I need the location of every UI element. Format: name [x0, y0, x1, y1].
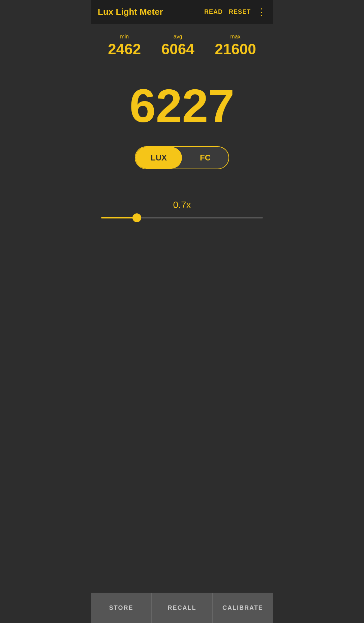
app-header: Lux Light Meter READ RESET ⋮	[91, 0, 273, 24]
stat-max: max 21600	[215, 34, 256, 57]
reset-button[interactable]: RESET	[229, 8, 251, 16]
app-title: Lux Light Meter	[98, 7, 163, 17]
main-reading-container: 6227	[91, 62, 273, 143]
max-value: 21600	[215, 42, 256, 57]
multiplier-container: 0.7x	[91, 179, 273, 225]
min-label: min	[108, 34, 141, 40]
main-reading-value: 6227	[129, 82, 234, 129]
max-label: max	[215, 34, 256, 40]
fc-button[interactable]: FC	[182, 147, 229, 169]
stats-row: min 2462 avg 6064 max 21600	[91, 24, 273, 62]
stat-min: min 2462	[108, 34, 141, 57]
menu-button[interactable]: ⋮	[257, 7, 266, 17]
multiplier-value: 0.7x	[173, 200, 191, 210]
lux-button[interactable]: LUX	[135, 147, 182, 169]
bottom-spacer	[91, 225, 273, 256]
unit-toggle[interactable]: LUX FC	[135, 146, 229, 169]
slider-track[interactable]	[101, 217, 263, 218]
min-value: 2462	[108, 42, 141, 57]
avg-label: avg	[161, 34, 194, 40]
avg-value: 6064	[161, 42, 194, 57]
header-actions: READ RESET ⋮	[204, 7, 266, 17]
read-button[interactable]: READ	[204, 8, 223, 16]
unit-toggle-container: LUX FC	[91, 143, 273, 179]
slider-fill	[101, 217, 137, 218]
stat-avg: avg 6064	[161, 34, 194, 57]
slider-thumb[interactable]	[132, 213, 141, 222]
